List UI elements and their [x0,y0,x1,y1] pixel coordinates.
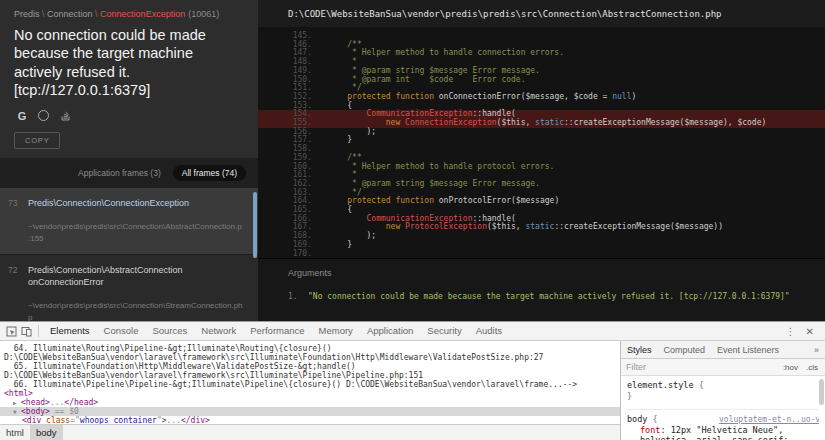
css-selector[interactable]: element.style { [627,380,819,391]
code-text: new ConnectionException($this, static::c… [328,119,766,128]
stackoverflow-icon[interactable] [59,110,71,122]
frame-title: Predis\Connection\AbstractConnection [28,264,244,276]
code-text: } [328,136,352,145]
frame-path: ~\vendor\predis\predis\src\Connection\St… [28,300,244,321]
inspect-element-icon[interactable] [4,325,19,338]
elements-panel: 64. Illuminate\Routing\Pipeline-&gt;Illu… [0,341,620,440]
frames-scrollbar[interactable] [253,192,257,258]
expand-arrow-icon[interactable]: ▼ [13,407,21,416]
frame-title: Predis\Connection\ConnectionException [28,197,244,209]
search-help-icons: G [0,102,258,122]
close-devtools-icon[interactable]: ✕ [801,326,819,337]
line-number: 170. [258,250,328,259]
exception-breadcrumb: Predis \ Connection \ ConnectionExceptio… [0,0,258,21]
css-rule: element.style {} [627,379,819,403]
tab-audits[interactable]: Audits [469,322,509,340]
dom-tree-row[interactable]: <div class="whoops container">...</div> [0,416,620,424]
dom-tree-row[interactable]: <html> [0,389,620,398]
frame-number: 72 [8,265,17,275]
styles-tab-row: StylesComputedEvent Listeners » [621,341,825,359]
devtools-toolbar: ElementsConsoleSourcesNetworkPerformance… [0,322,825,341]
application-frames-tab[interactable]: Application frames (3) [78,168,161,178]
styles-sidebar: StylesComputedEvent Listeners » Filter :… [620,341,825,440]
tab-performance[interactable]: Performance [243,322,311,340]
duckduckgo-icon[interactable] [38,110,49,121]
dom-tree-row[interactable]: ▼<body> == $0 [0,407,620,416]
code-text: new ProtocolException($this, static::cre… [328,223,723,232]
stack-frame[interactable]: 73Predis\Connection\ConnectionException~… [0,188,258,255]
tab-computed[interactable]: Computed [658,345,712,355]
dom-tree-row[interactable]: 66. Illuminate\Pipeline\Pipeline-&gt;Ill… [0,380,620,389]
styles-filter-input[interactable]: Filter [626,362,777,372]
dom-tree-row[interactable]: 65. Illuminate\Foundation\Http\Middlewar… [0,362,620,371]
whoops-code-panel: D:\CODE\WebsiteBanSua\vendor\predis\pred… [258,0,825,321]
code-text: protected function onProtocolError($mess… [328,197,559,206]
google-icon[interactable]: G [16,110,28,122]
frame-number: 73 [8,198,17,208]
tab-event-listeners[interactable]: Event Listeners [711,345,785,355]
device-toolbar-icon[interactable] [19,325,34,338]
breadcrumb-item-body[interactable]: body [30,425,63,440]
stack-frame[interactable]: 72Predis\Connection\AbstractConnectionon… [0,255,258,321]
css-rule: voluptatem-et-n..uo-voluptas:98body {fon… [627,409,819,440]
css-rule-close: } [627,391,819,402]
tab-styles[interactable]: Styles [621,345,658,355]
code-file-path: D:\CODE\WebsiteBanSua\vendor\predis\pred… [258,0,825,27]
dom-tree-row[interactable]: 64. Illuminate\Routing\Pipeline-&gt;Illu… [0,344,620,353]
code-line: 157. } [258,136,825,145]
arguments-list: 1."No connection could be made because t… [288,292,817,301]
dom-tree-row[interactable]: D:\CODE\WebsiteBanSua\vendor\laravel\fra… [0,371,620,380]
overflow-tabs-icon[interactable]: » [808,345,825,355]
tab-network[interactable]: Network [194,322,243,340]
exception-message: No connection could be made because the … [0,21,258,102]
element-classes-button[interactable]: .cls [804,363,820,372]
code-text: * Helper method to handle connection err… [328,49,564,58]
kebab-menu-icon[interactable]: ⋮ [781,326,801,337]
dom-tree-row[interactable]: ▶<head>...</head> [0,398,620,407]
toolbar-divider [38,325,39,337]
arguments-label: Arguments [288,268,817,278]
styles-filter-row: Filter :hov .cls [621,359,825,376]
tab-sources[interactable]: Sources [145,322,194,340]
dom-tree: 64. Illuminate\Routing\Pipeline-&gt;Illu… [0,341,620,424]
stylesheet-link[interactable]: voluptatem-et-n..uo-voluptas:98 [719,415,819,426]
code-line: 170. [258,250,825,259]
argument-value: "No connection could be made because the… [308,292,790,301]
argument-index: 1. [288,292,308,301]
tab-elements[interactable]: Elements [43,322,97,340]
devtools-panel: ElementsConsoleSourcesNetworkPerformance… [0,321,825,440]
frame-path: ~\vendor\predis\predis\src\Connection\Ab… [28,221,244,244]
styles-tab-strip: StylesComputedEvent Listeners [621,345,785,355]
exception-namespace: Predis [14,9,40,19]
breadcrumb-item-html[interactable]: html [0,425,30,440]
frames-filter-bar: Application frames (3) All frames (74) [0,158,258,188]
code-text: * Helper method to handle protocol error… [328,163,554,172]
exception-code: (10061) [188,9,219,19]
styles-scrollbar[interactable] [819,379,824,405]
tab-memory[interactable]: Memory [312,322,360,340]
whoops-error-page: Predis \ Connection \ ConnectionExceptio… [0,0,825,321]
argument-item: 1."No connection could be made because t… [288,292,817,301]
css-property[interactable]: font: 12px "Helvetica Neue", helvetica, … [627,425,819,440]
expand-arrow-icon[interactable]: ▶ [13,398,21,407]
tab-application[interactable]: Application [360,322,420,340]
screen: Predis \ Connection \ ConnectionExceptio… [0,0,825,440]
exception-class: ConnectionException [100,9,185,19]
code-line: 169. } [258,241,825,250]
exception-namespace: Connection [47,9,93,19]
devtools-main: 64. Illuminate\Routing\Pipeline-&gt;Illu… [0,341,825,440]
frame-method: onConnectionError [28,276,244,288]
pseudo-state-button[interactable]: :hov [781,363,800,372]
all-frames-tab[interactable]: All frames (74) [173,165,246,181]
breadcrumb: htmlbody [0,424,620,440]
tab-security[interactable]: Security [420,322,468,340]
tab-console[interactable]: Console [97,322,146,340]
dom-tree-row[interactable]: D:\CODE\WebsiteBanSua\vendor\laravel\fra… [0,353,620,362]
devtools-tab-strip: ElementsConsoleSourcesNetworkPerformance… [43,322,509,340]
code-lines: 145.146. /**147. * Helper method to hand… [258,27,825,258]
code-text: protected function onConnectionError($me… [328,93,636,102]
code-text: } [328,241,352,250]
copy-button[interactable]: COPY [14,132,60,149]
whoops-left-panel: Predis \ Connection \ ConnectionExceptio… [0,0,258,321]
arguments-section: Arguments 1."No connection could be made… [258,258,825,321]
